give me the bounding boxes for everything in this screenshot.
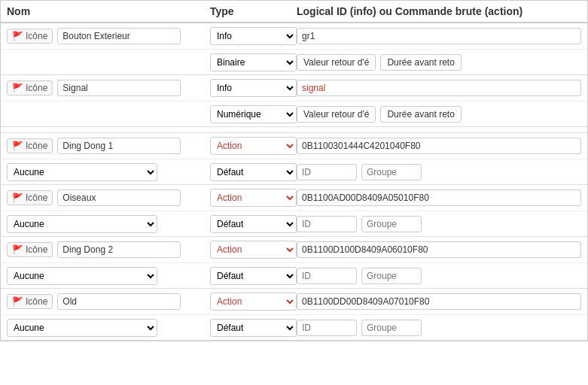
table-header: Nom Type Logical ID (info) ou Commande b… <box>1 1 587 23</box>
type-select-numerique[interactable]: Numérique Info Action Binaire <box>210 105 297 123</box>
icon-button-6[interactable]: 🚩 Icône <box>7 294 53 309</box>
id-input-2[interactable] <box>297 216 357 232</box>
id-input-3[interactable] <box>297 268 357 284</box>
flag-icon: 🚩 <box>12 141 23 151</box>
table-row: 🚩 Icône Action Info Binaire Numérique <box>1 237 587 262</box>
valeur-retour-button-2[interactable]: Valeur retour d'é <box>297 106 376 123</box>
duree-avant-button-2[interactable]: Durée avant reto <box>380 106 461 123</box>
defaut-select-1[interactable]: Défaut <box>210 163 297 181</box>
table-row: 🚩 Icône Action Info Binaire Numérique <box>1 185 587 211</box>
table-row: Aucune Défaut <box>1 159 587 184</box>
valeur-retour-button-1[interactable]: Valeur retour d'é <box>297 54 376 71</box>
table-row: 🚩 Icône Info Action Binaire Numérique <box>1 23 587 49</box>
logid-input-5[interactable] <box>297 241 581 258</box>
flag-icon: 🚩 <box>12 83 23 93</box>
section-oiseaux: 🚩 Icône Action Info Binaire Numérique <box>1 185 587 237</box>
logid-input-4[interactable] <box>297 189 581 206</box>
name-input-3[interactable] <box>57 138 181 154</box>
header-type: Type <box>210 5 297 17</box>
section-bouton-exterieur: 🚩 Icône Info Action Binaire Numérique <box>1 23 587 75</box>
section-old: 🚩 Icône Action Info Binaire Numérique <box>1 289 587 341</box>
header-logid: Logical ID (info) ou Commande brute (act… <box>297 5 581 17</box>
logid-input-1[interactable] <box>297 28 581 44</box>
table-row: Aucune Défaut <box>1 262 587 288</box>
defaut-select-4[interactable]: Défaut <box>210 319 297 337</box>
table-row: 🚩 Icône Action Info Binaire Numérique <box>1 133 587 159</box>
id-input-1[interactable] <box>297 164 357 180</box>
duree-avant-button-1[interactable]: Durée avant reto <box>380 54 461 71</box>
type-select-5[interactable]: Action Info Binaire Numérique <box>210 241 297 259</box>
section-signal: 🚩 Icône Info Action Binaire Numérique <box>1 75 587 127</box>
table-row: Numérique Info Action Binaire Valeur ret… <box>1 101 587 126</box>
icon-button-4[interactable]: 🚩 Icône <box>7 190 53 205</box>
flag-icon: 🚩 <box>12 192 23 203</box>
table-row: 🚩 Icône Action Info Binaire Numérique <box>1 289 587 314</box>
defaut-select-3[interactable]: Défaut <box>210 267 297 285</box>
logid-input-2[interactable] <box>297 80 581 96</box>
aucune-select-2[interactable]: Aucune <box>7 215 157 233</box>
aucune-select-3[interactable]: Aucune <box>7 267 157 285</box>
section-ding-dong-1: 🚩 Icône Action Info Binaire Numérique <box>1 133 587 185</box>
icon-button-2[interactable]: 🚩 Icône <box>7 80 53 95</box>
type-select-3[interactable]: Action Info Binaire Numérique <box>210 137 297 155</box>
icon-button-1[interactable]: 🚩 Icône <box>7 29 53 44</box>
type-select-1[interactable]: Info Action Binaire Numérique <box>210 27 297 45</box>
type-select-6[interactable]: Action Info Binaire Numérique <box>210 293 297 311</box>
logid-input-6[interactable] <box>297 293 581 310</box>
groupe-input-2[interactable] <box>361 216 422 232</box>
section-ding-dong-2: 🚩 Icône Action Info Binaire Numérique <box>1 237 587 289</box>
groupe-input-4[interactable] <box>361 320 422 336</box>
groupe-input-3[interactable] <box>361 268 422 284</box>
aucune-select-1[interactable]: Aucune <box>7 163 157 181</box>
aucune-select-4[interactable]: Aucune <box>7 319 157 337</box>
spacer-row <box>1 127 587 133</box>
table-row: Aucune Défaut <box>1 211 587 236</box>
logid-input-3[interactable] <box>297 138 581 154</box>
defaut-select-2[interactable]: Défaut <box>210 215 297 233</box>
flag-icon: 🚩 <box>12 296 23 307</box>
type-select-4[interactable]: Action Info Binaire Numérique <box>210 189 297 207</box>
name-input-2[interactable] <box>57 80 181 96</box>
icon-button-3[interactable]: 🚩 Icône <box>7 138 53 153</box>
id-input-4[interactable] <box>297 320 357 336</box>
type-select-binaire[interactable]: Binaire Info Action Numérique <box>210 53 297 71</box>
table-row: 🚩 Icône Info Action Binaire Numérique <box>1 75 587 101</box>
header-nom: Nom <box>7 5 210 17</box>
name-input-5[interactable] <box>57 241 181 258</box>
type-select-2[interactable]: Info Action Binaire Numérique <box>210 79 297 97</box>
name-input-6[interactable] <box>57 293 181 310</box>
groupe-input-1[interactable] <box>361 164 422 180</box>
name-input-4[interactable] <box>57 189 181 206</box>
flag-icon: 🚩 <box>12 31 23 41</box>
table-row: Aucune Défaut <box>1 314 587 340</box>
table-row: Binaire Info Action Numérique Valeur ret… <box>1 49 587 74</box>
name-input-1[interactable] <box>57 28 181 44</box>
flag-icon: 🚩 <box>12 244 23 255</box>
icon-button-5[interactable]: 🚩 Icône <box>7 242 53 257</box>
